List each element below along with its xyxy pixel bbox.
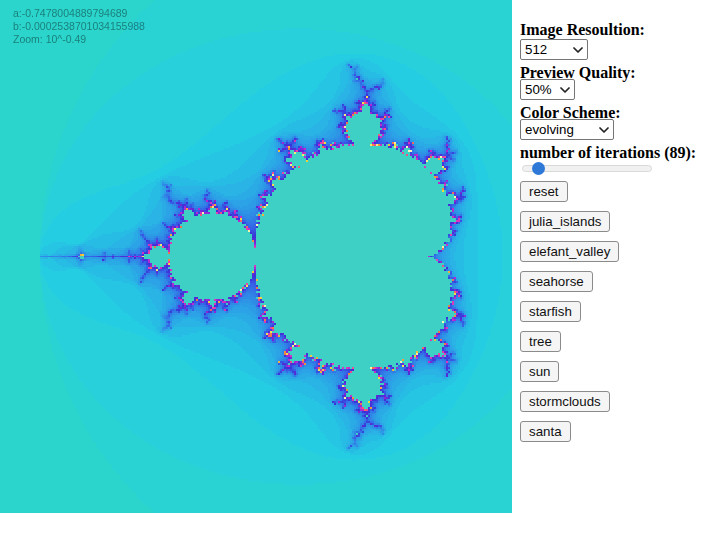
quality-select[interactable]: 50% — [520, 79, 575, 100]
preset-button-seahorse[interactable]: seahorse — [520, 271, 593, 292]
fractal-viewport[interactable]: a:-0.7478004889794689 b:-0.0002538701034… — [0, 0, 512, 513]
fractal-canvas[interactable] — [0, 0, 512, 513]
preset-button-elefant-valley[interactable]: elefant_valley — [520, 241, 619, 262]
coord-b-readout: b:-0.0002538701034155988 — [13, 20, 145, 33]
zoom-readout: Zoom: 10^-0.49 — [13, 33, 145, 46]
preset-button-santa[interactable]: santa — [520, 421, 571, 442]
resolution-select-wrap: 512 — [520, 39, 588, 60]
color-scheme-select[interactable]: evolving — [520, 119, 614, 140]
reset-button[interactable]: reset — [520, 181, 568, 202]
preset-button-stormclouds[interactable]: stormclouds — [520, 391, 610, 412]
app: a:-0.7478004889794689 b:-0.0002538701034… — [0, 0, 710, 550]
preset-button-julia-islands[interactable]: julia_islands — [520, 211, 610, 232]
slider-thumb[interactable] — [532, 162, 545, 175]
iterations-slider[interactable] — [522, 162, 652, 176]
resolution-select[interactable]: 512 — [520, 39, 588, 60]
coords-overlay: a:-0.7478004889794689 b:-0.0002538701034… — [13, 7, 145, 46]
iterations-label: number of iterations (89): — [520, 144, 696, 162]
coord-a-readout: a:-0.7478004889794689 — [13, 7, 145, 20]
color-scheme-select-wrap: evolving — [520, 119, 614, 140]
preset-button-starfish[interactable]: starfish — [520, 301, 581, 322]
controls-panel: Image Resoultion: 512 Preview Quality: 5… — [520, 0, 710, 550]
quality-select-wrap: 50% — [520, 79, 575, 100]
preset-button-tree[interactable]: tree — [520, 331, 561, 352]
preset-button-sun[interactable]: sun — [520, 361, 559, 382]
resolution-label: Image Resoultion: — [520, 21, 645, 39]
